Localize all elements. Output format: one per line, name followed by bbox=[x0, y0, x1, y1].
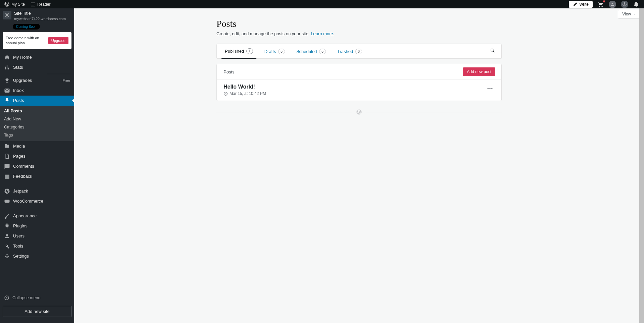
post-meta: Mar 15, at 10:42 PM bbox=[224, 91, 485, 96]
post-row[interactable]: Hello World! Mar 15, at 10:42 PM bbox=[217, 80, 501, 101]
nav-stats[interactable]: Stats bbox=[0, 62, 74, 72]
tab-scheduled[interactable]: Scheduled 0 bbox=[293, 44, 329, 58]
stats-icon bbox=[4, 64, 10, 70]
user-icon bbox=[610, 2, 615, 7]
nav-jetpack[interactable]: Jetpack bbox=[0, 186, 74, 196]
main-content: View Posts Create, edit, and manage the … bbox=[74, 8, 644, 323]
sub-add-new[interactable]: Add New bbox=[0, 115, 74, 123]
home-icon bbox=[4, 54, 10, 60]
collapse-icon bbox=[4, 295, 9, 301]
svg-point-0 bbox=[5, 189, 10, 194]
coming-soon-badge: Coming Soon bbox=[13, 24, 40, 30]
wordpress-footer-icon bbox=[356, 109, 362, 115]
inbox-icon bbox=[4, 88, 10, 94]
cart-notification-dot bbox=[603, 0, 605, 3]
svg-rect-1 bbox=[5, 200, 10, 203]
add-new-post-button[interactable]: Add new post bbox=[463, 67, 495, 76]
media-icon bbox=[4, 143, 10, 149]
view-button[interactable]: View bbox=[618, 10, 641, 18]
nav-plugins[interactable]: Plugins bbox=[0, 221, 74, 231]
sidebar: Site Title mywebsite7422.wordpress.com C… bbox=[0, 8, 74, 323]
site-url: mywebsite7422.wordpress.com bbox=[14, 16, 66, 21]
nav-feedback[interactable]: Feedback bbox=[0, 171, 74, 181]
upsell-text: Free domain with an annual plan bbox=[6, 36, 45, 46]
learn-more-link[interactable]: Learn more. bbox=[311, 31, 334, 36]
nav-comments[interactable]: Comments bbox=[0, 161, 74, 171]
ellipsis-icon bbox=[487, 85, 493, 92]
site-title: Site Title bbox=[14, 11, 66, 16]
pages-icon bbox=[4, 153, 10, 159]
jetpack-icon bbox=[4, 188, 10, 194]
help-button[interactable] bbox=[621, 1, 628, 8]
upgrades-icon bbox=[4, 77, 10, 84]
sidebar-nav: My Home Stats Upgrades Free Inbox Posts … bbox=[0, 52, 74, 293]
footer-separator bbox=[216, 109, 502, 115]
svg-point-3 bbox=[488, 88, 489, 89]
nav-settings[interactable]: Settings bbox=[0, 251, 74, 261]
my-site-link[interactable]: My Site bbox=[3, 1, 26, 7]
tab-trashed[interactable]: Trashed 0 bbox=[334, 44, 365, 58]
tools-icon bbox=[4, 243, 10, 249]
scrollbar-thumb[interactable] bbox=[639, 8, 644, 323]
site-icon bbox=[3, 11, 11, 19]
posts-list-card: Posts Add new post Hello World! Mar 15, … bbox=[216, 64, 502, 101]
nav-posts[interactable]: Posts bbox=[0, 96, 74, 106]
chevron-down-icon bbox=[633, 12, 636, 16]
upsell-card: Free domain with an annual plan Upgrade bbox=[3, 32, 71, 49]
help-icon bbox=[622, 2, 627, 7]
avatar-button[interactable] bbox=[609, 1, 616, 8]
list-header: Posts bbox=[224, 69, 235, 74]
nav-my-home[interactable]: My Home bbox=[0, 52, 74, 62]
nav-upgrades[interactable]: Upgrades Free bbox=[0, 75, 74, 86]
collapse-menu[interactable]: Collapse menu bbox=[0, 293, 74, 303]
bell-icon bbox=[633, 1, 639, 7]
page-title: Posts bbox=[216, 18, 502, 29]
nav-media[interactable]: Media bbox=[0, 141, 74, 151]
nav-tools[interactable]: Tools bbox=[0, 241, 74, 251]
woo-icon bbox=[4, 198, 10, 204]
site-header[interactable]: Site Title mywebsite7422.wordpress.com bbox=[0, 8, 74, 23]
post-title: Hello World! bbox=[224, 84, 485, 90]
search-icon bbox=[490, 48, 495, 53]
top-toolbar: My Site Reader Write bbox=[0, 0, 644, 8]
nav-inbox[interactable]: Inbox bbox=[0, 86, 74, 96]
nav-users[interactable]: Users bbox=[0, 231, 74, 241]
post-actions-button[interactable] bbox=[485, 84, 495, 95]
reader-label: Reader bbox=[37, 2, 50, 7]
svg-point-5 bbox=[491, 88, 492, 89]
write-button[interactable]: Write bbox=[569, 1, 593, 8]
sub-all-posts[interactable]: All Posts bbox=[0, 107, 74, 115]
post-tabs: Published 1 Drafts 0 Scheduled 0 Trashed… bbox=[217, 44, 501, 59]
tabs-card: Published 1 Drafts 0 Scheduled 0 Trashed… bbox=[216, 44, 502, 59]
search-button[interactable] bbox=[489, 45, 497, 58]
tab-published[interactable]: Published 1 bbox=[221, 44, 256, 59]
notifications-button[interactable] bbox=[633, 1, 639, 7]
reader-icon bbox=[30, 2, 36, 7]
clock-icon bbox=[224, 92, 228, 96]
reader-link[interactable]: Reader bbox=[29, 2, 52, 7]
wordpress-icon bbox=[4, 1, 10, 7]
pin-icon bbox=[4, 98, 10, 104]
settings-icon bbox=[4, 253, 10, 259]
write-label: Write bbox=[579, 2, 589, 7]
cart-button[interactable] bbox=[597, 1, 604, 8]
tab-drafts[interactable]: Drafts 0 bbox=[261, 44, 288, 58]
sub-tags[interactable]: Tags bbox=[0, 131, 74, 139]
scrollbar[interactable] bbox=[639, 8, 644, 323]
nav-woocommerce[interactable]: WooCommerce bbox=[0, 196, 74, 206]
comments-icon bbox=[4, 163, 10, 169]
my-site-label: My Site bbox=[11, 2, 25, 7]
users-icon bbox=[4, 233, 10, 239]
nav-pages[interactable]: Pages bbox=[0, 151, 74, 161]
sub-categories[interactable]: Categories bbox=[0, 123, 74, 131]
svg-point-4 bbox=[489, 88, 490, 89]
posts-submenu: All Posts Add New Categories Tags bbox=[0, 106, 74, 141]
plugin-icon bbox=[4, 223, 10, 229]
nav-appearance[interactable]: Appearance bbox=[0, 211, 74, 221]
brush-icon bbox=[4, 213, 10, 219]
add-new-site-button[interactable]: Add new site bbox=[3, 306, 71, 317]
upgrade-button[interactable]: Upgrade bbox=[48, 37, 68, 44]
page-subtitle: Create, edit, and manage the posts on yo… bbox=[216, 31, 502, 36]
pen-icon bbox=[573, 2, 578, 7]
feedback-icon bbox=[4, 173, 10, 179]
